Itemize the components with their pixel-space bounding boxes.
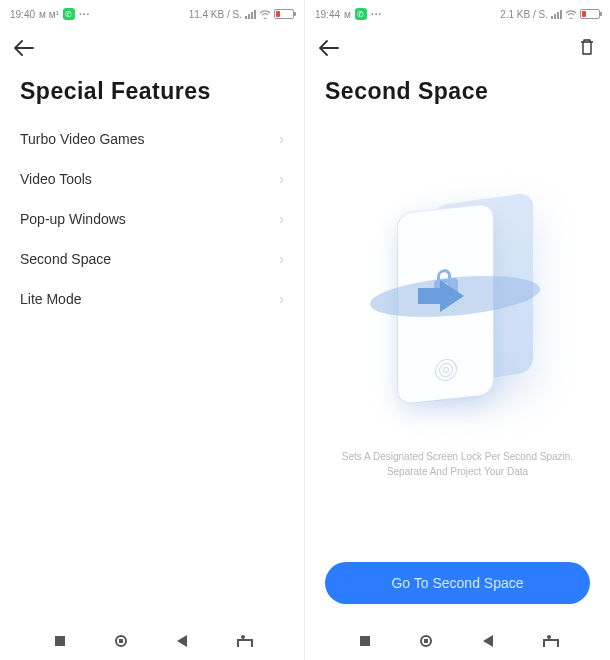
second-space-illustration [358,179,558,429]
accessibility-button[interactable] [237,635,249,647]
system-nav [0,622,304,660]
chevron-right-icon: › [279,171,284,187]
menu-item-video-tools[interactable]: Video Tools › [20,159,284,199]
whatsapp-icon: ✆ [63,8,75,20]
signal-icon [551,10,562,19]
recents-button[interactable] [360,636,370,646]
battery-icon [580,9,600,19]
clock-sub: м [344,9,351,20]
back-nav-button[interactable] [177,635,187,647]
screen-second-space: 19:44 м ✆ ··· 2.1 KB / S. Second Space [305,0,610,660]
chevron-right-icon: › [279,131,284,147]
back-button[interactable] [14,38,34,61]
app-bar [0,28,304,70]
network-speed: 11.4 KB / S. [189,9,242,20]
clock: 19:40 [10,9,35,20]
menu-label: Second Space [20,251,111,267]
caption-line-2: Separate And Project Your Data [342,464,573,479]
menu-label: Lite Mode [20,291,81,307]
menu-label: Video Tools [20,171,92,187]
menu-list: Turbo Video Games › Video Tools › Pop-up… [0,119,304,319]
system-nav [305,622,610,660]
page-title: Second Space [305,70,610,119]
app-bar [305,28,610,70]
clock-sub: м м¹ [39,9,59,20]
screen-special-features: 19:40 м м¹ ✆ ··· 11.4 KB / S. Special Fe… [0,0,305,660]
menu-label: Pop-up Windows [20,211,126,227]
back-nav-button[interactable] [483,635,493,647]
chevron-right-icon: › [279,211,284,227]
menu-label: Turbo Video Games [20,131,145,147]
status-bar: 19:40 м м¹ ✆ ··· 11.4 KB / S. [0,0,304,28]
whatsapp-icon: ✆ [355,8,367,20]
clock: 19:44 [315,9,340,20]
chevron-right-icon: › [279,251,284,267]
delete-button[interactable] [578,38,596,60]
battery-icon [274,9,294,19]
recents-button[interactable] [55,636,65,646]
home-button[interactable] [420,635,432,647]
trash-icon [578,38,596,56]
wifi-icon [565,9,577,19]
menu-item-second-space[interactable]: Second Space › [20,239,284,279]
cta-label: Go To Second Space [391,575,523,591]
caption: Sets A Designated Screen Lock Per Second… [338,449,577,479]
signal-icon [245,10,256,19]
menu-item-popup-windows[interactable]: Pop-up Windows › [20,199,284,239]
accessibility-button[interactable] [543,635,555,647]
wifi-icon [259,9,271,19]
network-speed: 2.1 KB / S. [500,9,548,20]
chevron-right-icon: › [279,291,284,307]
more-notifications-icon: ··· [79,9,90,20]
more-notifications-icon: ··· [371,9,382,20]
back-button[interactable] [319,38,339,61]
fingerprint-icon [434,358,456,382]
go-to-second-space-button[interactable]: Go To Second Space [325,562,590,604]
menu-item-turbo-video-games[interactable]: Turbo Video Games › [20,119,284,159]
status-bar: 19:44 м ✆ ··· 2.1 KB / S. [305,0,610,28]
home-button[interactable] [115,635,127,647]
caption-line-1: Sets A Designated Screen Lock Per Second… [342,451,573,462]
menu-item-lite-mode[interactable]: Lite Mode › [20,279,284,319]
page-title: Special Features [0,70,304,119]
